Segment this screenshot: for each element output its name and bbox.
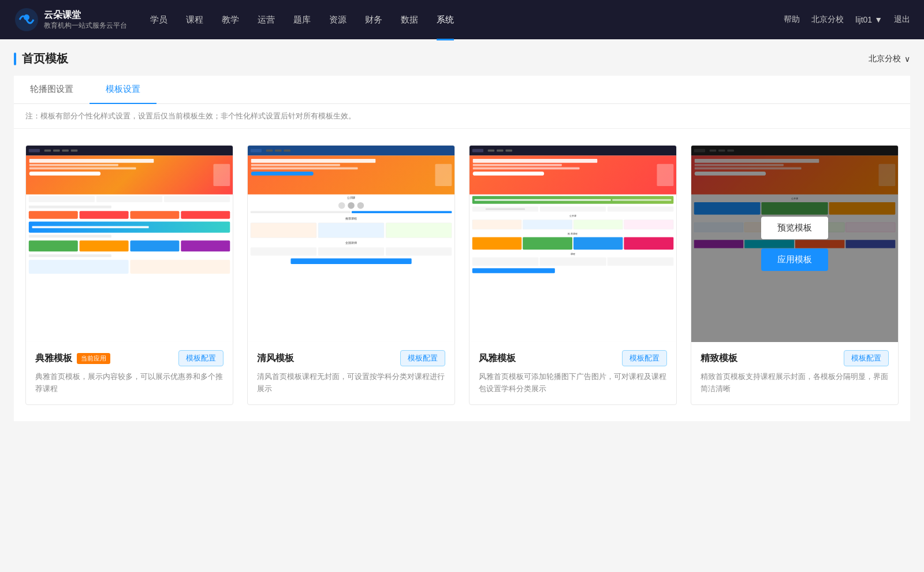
template-footer-classic: 典雅模板 当前应用 模板配置 典雅首页模板，展示内容较多，可以展示优惠券和多个推… <box>26 342 233 404</box>
fake-site-fresh: 公开课 推荐课程 <box>248 146 454 342</box>
branch-selector[interactable]: 北京分校 ∨ <box>869 54 910 64</box>
branch-label: 北京分校 <box>869 54 901 64</box>
nav-finance[interactable]: 财务 <box>365 12 382 28</box>
page-header: 首页模板 北京分校 ∨ <box>14 39 910 76</box>
config-btn-refined[interactable]: 模板配置 <box>844 350 889 366</box>
template-card-fresh: 公开课 推荐课程 <box>247 145 455 405</box>
note-bar: 注：模板有部分个性化样式设置，设置后仅当前模板生效；非个性化样式设置后针对所有模… <box>14 104 910 129</box>
main-nav: 学员 课程 教学 运营 题库 资源 财务 数据 系统 <box>150 12 784 28</box>
template-footer-fresh: 清风模板 模板配置 清风首页模板课程无封面，可设置按学科分类对课程进行展示 <box>248 342 454 404</box>
apply-btn-refined[interactable]: 应用模板 <box>761 248 828 271</box>
templates-grid: 典雅模板 当前应用 模板配置 典雅首页模板，展示内容较多，可以展示优惠券和多个推… <box>25 145 899 405</box>
tab-template[interactable]: 模板设置 <box>90 76 157 104</box>
template-name-row-fresh: 清风模板 <box>257 352 294 365</box>
nav-teaching[interactable]: 教学 <box>222 12 239 28</box>
template-header-row-elegant: 风雅模板 模板配置 <box>479 350 667 366</box>
nav-system[interactable]: 系统 <box>437 12 454 28</box>
navbar-right: 帮助 北京分校 lijt01 ▼ 退出 <box>784 14 910 25</box>
fake-site-classic <box>26 146 233 342</box>
nav-operations[interactable]: 运营 <box>258 12 275 28</box>
config-btn-classic[interactable]: 模板配置 <box>178 350 223 366</box>
template-preview-refined: 公开课 推荐课程 <box>691 146 898 342</box>
svg-point-1 <box>24 14 29 20</box>
dropdown-arrow-icon: ▼ <box>874 15 882 24</box>
templates-section: 典雅模板 当前应用 模板配置 典雅首页模板，展示内容较多，可以展示优惠券和多个推… <box>14 129 910 421</box>
template-preview-fresh: 公开课 推荐课程 <box>248 146 454 342</box>
nav-students[interactable]: 学员 <box>150 12 167 28</box>
template-name-row-classic: 典雅模板 当前应用 <box>35 352 110 365</box>
template-header-row-classic: 典雅模板 当前应用 模板配置 <box>35 350 223 366</box>
preview-btn-refined[interactable]: 预览模板 <box>761 217 828 239</box>
template-desc-elegant: 风雅首页模板可添加轮播图下广告图片，可对课程及课程包设置学科分类展示 <box>479 371 667 395</box>
tabs-container: 轮播图设置 模板设置 <box>14 76 910 104</box>
template-name-elegant: 风雅模板 <box>479 352 516 365</box>
username-label: lijt01 <box>855 15 872 24</box>
current-badge-classic: 当前应用 <box>77 353 110 364</box>
logo[interactable]: 云朵课堂 教育机构一站式服务云平台 <box>14 7 127 32</box>
config-btn-elegant[interactable]: 模板配置 <box>622 350 667 366</box>
nav-courses[interactable]: 课程 <box>186 12 203 28</box>
template-desc-refined: 精致首页模板支持课程展示封面，各模板分隔明显，界面简洁清晰 <box>701 371 889 395</box>
main-content: 首页模板 北京分校 ∨ 轮播图设置 模板设置 注：模板有部分个性化样式设置，设置… <box>0 39 924 572</box>
template-name-fresh: 清风模板 <box>257 352 294 365</box>
branch-link[interactable]: 北京分校 <box>811 14 844 25</box>
template-footer-refined: 精致模板 模板配置 精致首页模板支持课程展示封面，各模板分隔明显，界面简洁清晰 <box>691 342 898 404</box>
template-preview-classic <box>26 146 233 342</box>
logout-link[interactable]: 退出 <box>894 14 910 25</box>
template-card-refined: 公开课 推荐课程 <box>691 145 899 405</box>
template-preview-elegant: 公开课 推荐课程 <box>470 146 676 342</box>
fake-site-elegant: 公开课 推荐课程 <box>470 146 676 342</box>
page-title-wrap: 首页模板 <box>14 51 68 66</box>
template-card-classic: 典雅模板 当前应用 模板配置 典雅首页模板，展示内容较多，可以展示优惠券和多个推… <box>25 145 233 405</box>
template-name-refined: 精致模板 <box>701 352 737 365</box>
template-desc-classic: 典雅首页模板，展示内容较多，可以展示优惠券和多个推荐课程 <box>35 371 223 395</box>
nav-data[interactable]: 数据 <box>401 12 418 28</box>
template-name-row-refined: 精致模板 <box>701 352 737 365</box>
template-name-row-elegant: 风雅模板 <box>479 352 516 365</box>
logo-title: 云朵课堂 <box>44 9 127 21</box>
template-overlay-refined: 预览模板 应用模板 <box>691 146 898 342</box>
title-bar-decoration <box>14 53 16 65</box>
note-text: 注：模板有部分个性化样式设置，设置后仅当前模板生效；非个性化样式设置后针对所有模… <box>25 112 356 120</box>
help-link[interactable]: 帮助 <box>784 14 800 25</box>
template-card-elegant: 公开课 推荐课程 <box>469 145 677 405</box>
template-header-row-refined: 精致模板 模板配置 <box>701 350 889 366</box>
tab-carousel[interactable]: 轮播图设置 <box>14 76 90 104</box>
config-btn-fresh[interactable]: 模板配置 <box>400 350 445 366</box>
template-desc-fresh: 清风首页模板课程无封面，可设置按学科分类对课程进行展示 <box>257 371 445 395</box>
branch-dropdown-icon: ∨ <box>904 54 910 64</box>
page-title: 首页模板 <box>22 51 68 66</box>
user-dropdown[interactable]: lijt01 ▼ <box>855 15 882 24</box>
template-footer-elegant: 风雅模板 模板配置 风雅首页模板可添加轮播图下广告图片，可对课程及课程包设置学科… <box>470 342 676 404</box>
nav-questions[interactable]: 题库 <box>293 12 311 28</box>
content-card: 轮播图设置 模板设置 注：模板有部分个性化样式设置，设置后仅当前模板生效；非个性… <box>14 76 910 421</box>
navbar: 云朵课堂 教育机构一站式服务云平台 学员 课程 教学 运营 题库 资源 财务 数… <box>0 0 924 39</box>
logo-subtitle: 教育机构一站式服务云平台 <box>44 21 127 31</box>
template-header-row-fresh: 清风模板 模板配置 <box>257 350 445 366</box>
nav-resources[interactable]: 资源 <box>329 12 346 28</box>
template-name-classic: 典雅模板 <box>35 352 72 365</box>
